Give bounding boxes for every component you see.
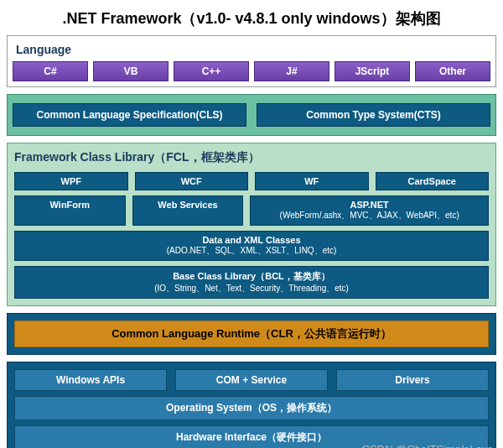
aspnet-sub: (WebForm/.ashx、MVC、AJAX、WebAPI、etc) [252,210,486,221]
clr-section: Common Language Runtime（CLR，公共语言运行时） [7,313,496,355]
diagram-title: .NET Framework（v1.0- v4.8.1 only windows… [0,0,503,35]
bcl-title: Base Class Library（BCL，基类库） [17,270,486,283]
fcl-wcf: WCF [135,172,249,190]
cts-box: Common Type System(CTS) [257,103,490,127]
lang-jsharp: J# [254,61,329,81]
fcl-title: Framework Class Library（FCL，框架类库） [14,150,489,165]
sys-com: COM + Service [175,369,328,391]
fcl-aspnet: ASP.NET (WebForm/.ashx、MVC、AJAX、WebAPI、e… [250,195,489,226]
lang-other: Other [415,61,490,81]
bcl-sub: (IO、String、Net、Text、Security、Threading、e… [17,283,486,294]
dataxml-title: Data and XML Classes [17,235,486,245]
fcl-wf: WF [255,172,369,190]
fcl-bcl: Base Class Library（BCL，基类库） (IO、String、N… [14,266,489,299]
fcl-wpf: WPF [14,172,128,190]
aspnet-title: ASP.NET [252,200,486,210]
language-section: Language C# VB C++ J# JScript Other [7,35,496,87]
watermark: CSDN @ChaITSimpleLove [361,443,493,448]
fcl-section: Framework Class Library（FCL，框架类库） WPF WC… [7,143,496,306]
system-section: Windows APIs COM + Service Drivers Opera… [7,362,496,448]
sys-os: Operating System（OS，操作系统） [14,396,489,420]
fcl-dataxml: Data and XML Classes (ADO.NET、SQL、XML、XS… [14,231,489,261]
dataxml-sub: (ADO.NET、SQL、XML、XSLT、LINQ、etc) [17,245,486,257]
lang-vb: VB [93,61,169,81]
lang-jscript: JScript [334,61,410,81]
cls-cts-section: Common Language Specification(CLS) Commo… [7,94,496,136]
cls-box: Common Language Specification(CLS) [13,103,246,127]
clr-box: Common Language Runtime（CLR，公共语言运行时） [14,320,489,347]
language-label: Language [16,43,490,56]
lang-cpp: C++ [174,61,249,81]
fcl-cardspace: CardSpace [376,172,490,190]
fcl-webservices: Web Services [132,195,244,226]
lang-csharp: C# [13,61,88,81]
sys-winapi: Windows APIs [14,369,167,391]
sys-drivers: Drivers [336,369,489,391]
fcl-winform: WinForm [14,195,126,226]
